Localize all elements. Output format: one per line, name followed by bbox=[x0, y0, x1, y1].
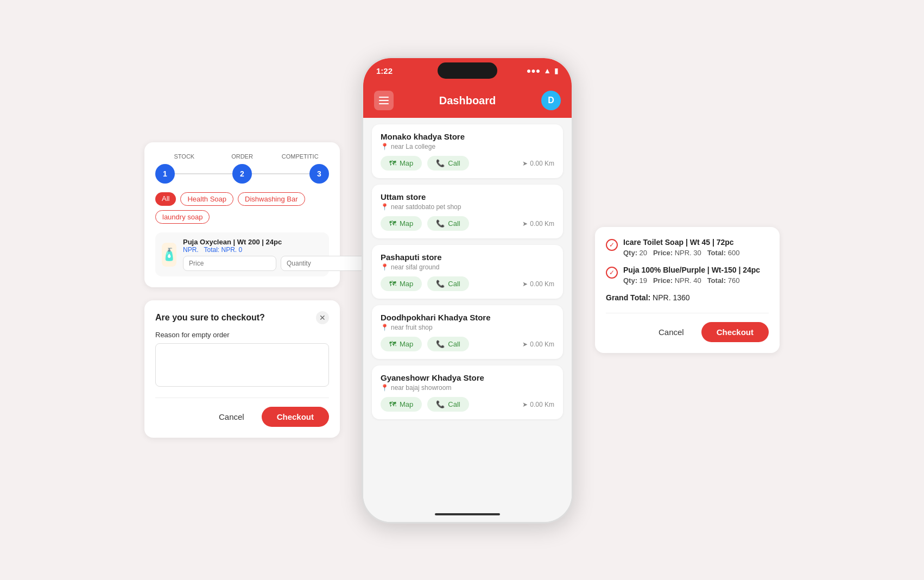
navigation-icon: ➤ bbox=[522, 160, 528, 167]
right-panel: ✓ Icare Toilet Soap | Wt 45 | 72pc Qty: … bbox=[595, 227, 780, 353]
modal-title: Are you sure to checkout? bbox=[155, 313, 265, 323]
battery-icon: ▮ bbox=[554, 66, 559, 75]
location-pin-icon: 📍 bbox=[381, 263, 389, 271]
call-icon: 📞 bbox=[436, 340, 445, 348]
order-items: ✓ Icare Toilet Soap | Wt 45 | 72pc Qty: … bbox=[606, 238, 769, 285]
stock-card: STOCK ORDER COMPETITIC 1 2 3 All Health … bbox=[144, 142, 340, 287]
step-2-label: ORDER bbox=[213, 153, 271, 160]
header-title: Dashboard bbox=[439, 94, 496, 107]
store-name: Uttam store bbox=[381, 192, 554, 201]
store-name: Gyaneshowr Khadya Store bbox=[381, 373, 554, 382]
store-card: Monako khadya Store 📍 near La college 🗺 … bbox=[372, 124, 563, 178]
navigation-icon: ➤ bbox=[522, 401, 528, 408]
call-button[interactable]: 📞 Call bbox=[427, 216, 469, 231]
modal-checkout-button[interactable]: Checkout bbox=[262, 407, 329, 427]
call-icon: 📞 bbox=[436, 159, 445, 167]
menu-line-2 bbox=[379, 100, 389, 101]
store-location: 📍 near fruit shop bbox=[381, 324, 554, 331]
store-card: Gyaneshowr Khadya Store 📍 near bajaj sho… bbox=[372, 365, 563, 419]
map-button[interactable]: 🗺 Map bbox=[381, 276, 422, 291]
location-pin-icon: 📍 bbox=[381, 384, 389, 392]
right-checkout-button[interactable]: Checkout bbox=[701, 322, 769, 342]
map-icon: 🗺 bbox=[389, 159, 396, 167]
store-card: Pashaputi store 📍 near sifal ground 🗺 Ma… bbox=[372, 245, 563, 299]
quantity-input[interactable] bbox=[281, 256, 374, 271]
price-input[interactable] bbox=[183, 256, 276, 271]
map-icon: 🗺 bbox=[389, 219, 396, 228]
step-1-label: STOCK bbox=[155, 153, 213, 160]
menu-lines bbox=[379, 97, 389, 104]
product-image: 🧴 bbox=[162, 243, 176, 267]
reason-textarea[interactable] bbox=[155, 343, 329, 387]
step-2-circle[interactable]: 2 bbox=[232, 164, 252, 184]
location-pin-icon: 📍 bbox=[381, 203, 389, 211]
step-3-circle[interactable]: 3 bbox=[309, 164, 329, 184]
distance-badge: ➤ 0.00 Km bbox=[522, 341, 554, 348]
distance-badge: ➤ 0.00 Km bbox=[522, 160, 554, 167]
store-location: 📍 near bajaj showroom bbox=[381, 384, 554, 392]
distance-badge: ➤ 0.00 Km bbox=[522, 220, 554, 228]
stepper-circles: 1 2 3 bbox=[155, 164, 329, 184]
home-indicator bbox=[363, 507, 572, 522]
home-bar bbox=[435, 513, 500, 515]
close-button[interactable]: ✕ bbox=[316, 311, 329, 324]
left-panel: STOCK ORDER COMPETITIC 1 2 3 All Health … bbox=[144, 142, 340, 438]
product-fields bbox=[183, 256, 374, 271]
tag-laundry-soap[interactable]: laundry soap bbox=[155, 210, 210, 224]
check-icon: ✓ bbox=[606, 267, 618, 279]
step-1-circle[interactable]: 1 bbox=[155, 164, 175, 184]
app-header: Dashboard D bbox=[363, 83, 572, 118]
grand-total: Grand Total: NPR. 1360 bbox=[606, 293, 769, 302]
call-button[interactable]: 📞 Call bbox=[427, 276, 469, 291]
user-avatar[interactable]: D bbox=[541, 91, 561, 110]
tag-all[interactable]: All bbox=[155, 192, 176, 206]
store-actions: 🗺 Map 📞 Call ➤ 0.00 Km bbox=[381, 156, 554, 171]
right-divider bbox=[606, 313, 769, 313]
status-time: 1:22 bbox=[376, 66, 393, 75]
map-button[interactable]: 🗺 Map bbox=[381, 156, 422, 171]
modal-divider bbox=[155, 398, 329, 398]
modal-cancel-button[interactable]: Cancel bbox=[210, 407, 253, 427]
store-name: Doodhpokhari Khadya Store bbox=[381, 313, 554, 322]
right-cancel-button[interactable]: Cancel bbox=[650, 323, 693, 341]
order-item: ✓ Icare Toilet Soap | Wt 45 | 72pc Qty: … bbox=[606, 238, 769, 257]
map-button[interactable]: 🗺 Map bbox=[381, 337, 422, 351]
store-actions: 🗺 Map 📞 Call ➤ 0.00 Km bbox=[381, 397, 554, 412]
location-pin-icon: 📍 bbox=[381, 143, 389, 150]
store-actions: 🗺 Map 📞 Call ➤ 0.00 Km bbox=[381, 276, 554, 291]
map-button[interactable]: 🗺 Map bbox=[381, 216, 422, 231]
stepper-labels: STOCK ORDER COMPETITIC bbox=[155, 153, 329, 160]
phone-frame: 1:22 ●●● ▲ ▮ Dashboard D Monako khadya S… bbox=[362, 56, 573, 524]
call-icon: 📞 bbox=[436, 280, 445, 288]
order-item-details: Qty: 20 Price: NPR. 30 Total: 600 bbox=[623, 249, 769, 257]
check-icon: ✓ bbox=[606, 239, 618, 251]
right-actions: Cancel Checkout bbox=[606, 322, 769, 342]
store-list: Monako khadya Store 📍 near La college 🗺 … bbox=[363, 118, 572, 507]
tag-dishwashing-bar[interactable]: Dishwashing Bar bbox=[238, 192, 305, 206]
menu-line-3 bbox=[379, 103, 389, 104]
location-pin-icon: 📍 bbox=[381, 324, 389, 331]
menu-line-1 bbox=[379, 97, 389, 98]
map-button[interactable]: 🗺 Map bbox=[381, 397, 422, 412]
call-button[interactable]: 📞 Call bbox=[427, 156, 469, 171]
map-icon: 🗺 bbox=[389, 400, 396, 408]
order-item-text: Icare Toilet Soap | Wt 45 | 72pc Qty: 20… bbox=[623, 238, 769, 257]
product-price: NPR. Total: NPR. 0 bbox=[183, 246, 374, 254]
phone-notch bbox=[438, 62, 497, 79]
signal-icon: ●●● bbox=[527, 66, 540, 75]
tag-health-soap[interactable]: Health Soap bbox=[180, 192, 233, 206]
order-item-text: Puja 100% Blue/Purple | Wt-150 | 24pc Qt… bbox=[623, 266, 769, 285]
product-info: Puja Oxyclean | Wt 200 | 24pc NPR. Total… bbox=[183, 238, 374, 271]
order-item: ✓ Puja 100% Blue/Purple | Wt-150 | 24pc … bbox=[606, 266, 769, 285]
modal-actions: Cancel Checkout bbox=[155, 407, 329, 427]
product-name: Puja Oxyclean | Wt 200 | 24pc bbox=[183, 238, 374, 246]
order-item-name: Puja 100% Blue/Purple | Wt-150 | 24pc bbox=[623, 266, 769, 274]
call-button[interactable]: 📞 Call bbox=[427, 397, 469, 412]
store-card: Uttam store 📍 near satdobato pet shop 🗺 … bbox=[372, 185, 563, 238]
order-item-details: Qty: 19 Price: NPR. 40 Total: 760 bbox=[623, 276, 769, 285]
call-button[interactable]: 📞 Call bbox=[427, 337, 469, 351]
map-icon: 🗺 bbox=[389, 340, 396, 348]
menu-button[interactable] bbox=[374, 91, 394, 110]
modal-header: Are you sure to checkout? ✕ bbox=[155, 311, 329, 324]
product-row: 🧴 Puja Oxyclean | Wt 200 | 24pc NPR. Tot… bbox=[155, 232, 329, 276]
